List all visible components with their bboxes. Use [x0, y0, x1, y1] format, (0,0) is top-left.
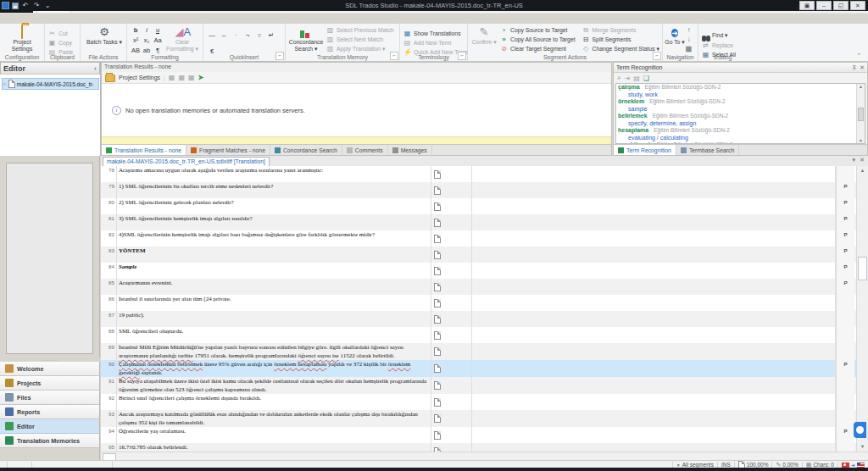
segment-status[interactable] [431, 166, 472, 182]
segment-target[interactable] [472, 410, 836, 427]
termbase-icon[interactable]: ❏ [643, 75, 649, 82]
segment-row[interactable]: 85Araştırmanın evrenini.P [101, 279, 868, 295]
restore-button[interactable]: ◱ [833, 1, 849, 10]
segment-status[interactable] [431, 311, 472, 327]
clear-formatting-button[interactable]: ◢A Clear Formatting ▾ [164, 24, 201, 56]
segment-source[interactable]: YÖNTEM [117, 247, 431, 263]
segment-row[interactable]: 9516.7±0.785 olarak belirlendi. [101, 443, 868, 452]
results-tab-messages[interactable]: Messages [388, 145, 432, 155]
hitlist-settings-icon[interactable]: ▤ [633, 75, 640, 82]
segment-target[interactable] [472, 247, 836, 263]
segment-row[interactable]: 88SML öğrencileri oluşturdu. [101, 327, 868, 343]
segment-source[interactable]: Bu sayıya ulaşabilmek üzere ikisi özel i… [117, 377, 431, 394]
segment-source[interactable]: 3) SML öğrencilerinin hemşirelik imajı a… [117, 214, 431, 230]
quickinsert-symbol-button[interactable]: · [230, 30, 242, 42]
segment-source[interactable]: İstanbul il sınırlarında yer alan tüm (2… [117, 295, 431, 311]
select-previous-match-button[interactable]: ▥Select Previous Match [326, 25, 394, 35]
segment-target[interactable] [472, 230, 836, 247]
term-list-scrollbar[interactable]: ▲▼ [856, 84, 865, 143]
close-button[interactable]: ✕ [850, 1, 865, 10]
segment-source[interactable]: 1) SML öğrencilerinin bu okulları tercih… [117, 182, 431, 198]
navigation-grid-button[interactable]: ▦ [685, 44, 693, 53]
copy-source-to-target-button[interactable]: ›Copy Source to Target [500, 25, 576, 35]
segment-status[interactable] [431, 279, 472, 295]
apply-translation-button[interactable]: ▥Apply Translation ▾ [326, 44, 394, 53]
term-ent[interactable]: hesaplamaEğitim Bilimleri Sözlüğü-SDN-2 [616, 127, 865, 135]
replace-button[interactable]: ⇄Replace [702, 41, 736, 50]
segment-status[interactable] [431, 377, 472, 394]
quickinsert-dialog-launcher[interactable]: ⌐ [275, 52, 284, 60]
sidebar-item-projects[interactable]: Projects [0, 376, 100, 391]
tm-action-icon[interactable]: ▦ [169, 74, 175, 81]
segment-target[interactable] [472, 394, 836, 410]
segment-row[interactable]: 86İstanbul il sınırlarında yer alan tüm … [101, 295, 868, 311]
segment-target[interactable] [472, 443, 836, 452]
cut-button[interactable]: ✂Cut [48, 29, 73, 38]
change-segment-status-button[interactable]: ◇Change Segment Status ▾ [582, 44, 659, 53]
add-new-term-button[interactable]: ▤Add New Term [403, 38, 467, 47]
segment-status[interactable] [431, 427, 472, 443]
segment-status[interactable] [431, 410, 472, 427]
segment-source[interactable]: Öğrencilerin yaş ortalaması. [117, 427, 431, 443]
segment-source[interactable]: Araştırmanın evrenini. [117, 279, 431, 295]
term-tab-termbase-search[interactable]: Termbase Search [676, 145, 739, 155]
concordance-search-button[interactable]: Concordance Search ▾ [286, 24, 326, 53]
segment-target[interactable] [472, 343, 836, 360]
segment-source[interactable]: 16.7±0.785 olarak belirlendi. [117, 443, 431, 452]
segment-source[interactable]: Sample [117, 263, 431, 279]
results-tab-concordance-search[interactable]: Concordance Search [270, 145, 342, 155]
segment-source[interactable]: 4)SML öğrencilerinin hemşirelik imajı al… [117, 230, 431, 247]
segment-target[interactable] [472, 198, 836, 214]
segment-source[interactable]: Çalışmanın örneklemini belirlemek üzere … [117, 360, 431, 377]
collapse-ribbon-icon[interactable]: ⌃ [856, 53, 861, 59]
quickinsert-symbol-button[interactable]: — [206, 30, 218, 42]
segment-status[interactable] [431, 230, 472, 247]
segment-status[interactable] [431, 343, 472, 360]
merge-segments-button[interactable]: ⧉Merge Segments [582, 25, 659, 35]
segment-target[interactable] [472, 214, 836, 230]
split-segments-button[interactable]: ⊟Split Segments [582, 35, 659, 44]
segment-status[interactable] [431, 182, 472, 198]
project-settings-button[interactable]: Project Settings [3, 24, 41, 52]
results-tab-comments[interactable]: Comments [342, 145, 388, 155]
segment-target[interactable] [472, 263, 836, 279]
quickinsert-symbol-button[interactable]: – [218, 30, 230, 42]
segment-target[interactable] [472, 166, 836, 182]
term-ent[interactable]: belirlemekEğitim Bilimleri Sözlüğü-SDN-2 [616, 113, 865, 120]
segment-target[interactable] [472, 295, 836, 311]
terminology-dialog-launcher[interactable]: ⌐ [458, 52, 466, 60]
segment-source[interactable]: İstanbul Milli Eğitim Müdürlüğü'ne yapıl… [117, 343, 431, 360]
clear-target-segment-button[interactable]: ⊘Clear Target Segment [500, 44, 576, 53]
segment-target[interactable] [472, 182, 836, 198]
overlay-badge-icon[interactable] [854, 422, 866, 438]
segment-status[interactable] [431, 394, 472, 410]
tm-action-icon[interactable]: ▦ [178, 74, 185, 81]
segment-row[interactable]: 802) SML öğrencilerinin gelecek planları… [101, 198, 868, 214]
horizontal-scrollbar[interactable] [101, 452, 868, 460]
segment-row[interactable]: 94Öğrencilerin yaş ortalaması.P [101, 427, 868, 443]
segment-source[interactable]: 2) SML öğrencilerinin gelecek planları n… [117, 198, 431, 214]
close-document-icon[interactable]: ✕ [860, 157, 865, 163]
segment-row[interactable]: 813) SML öğrencilerinin hemşirelik imajı… [101, 214, 868, 230]
segment-row[interactable]: 84SampleP [101, 263, 868, 279]
quickinsert-symbol-button[interactable]: ↵ [265, 30, 277, 42]
copy-all-source-to-target-button[interactable]: »Copy All Source to Target [500, 35, 576, 44]
view-term-icon[interactable]: ⌕ [617, 74, 620, 82]
segment-row[interactable]: 90Çalışmanın örneklemini belirlemek üzer… [101, 360, 868, 377]
batch-tasks-button[interactable]: ⚙ Batch Tasks ▾ [86, 24, 123, 46]
results-tab-translation-results-none[interactable]: Translation Results - none [102, 145, 186, 155]
segment-target[interactable] [472, 279, 836, 295]
term-tab-term-recognition[interactable]: Term Recognition [614, 145, 676, 155]
expander-icon[interactable]: ▷ [3, 81, 7, 86]
select-next-match-button[interactable]: ▥Select Next Match [326, 35, 394, 44]
confirm-button[interactable]: ✎ Confirm ▾ [468, 24, 500, 53]
project-settings-toolbar-button[interactable]: Project Settings [119, 75, 160, 80]
term-ent[interactable]: örneklemEğitim Bilimleri Sözlüğü-SDN-2 [616, 98, 865, 106]
segment-status[interactable] [431, 327, 472, 343]
file-tree-item[interactable]: ▷ makale-04-MAYIS-2015.doc_tr- [2, 78, 99, 90]
segment-target[interactable] [472, 311, 836, 327]
close-icon[interactable]: ✕ [860, 64, 865, 71]
sidebar-item-translation-memories[interactable]: Translation Memories [0, 434, 100, 448]
segment-row[interactable]: 78Araştırma amacına uygun olarak aşağıda… [101, 166, 868, 182]
segment-status[interactable] [431, 263, 472, 279]
